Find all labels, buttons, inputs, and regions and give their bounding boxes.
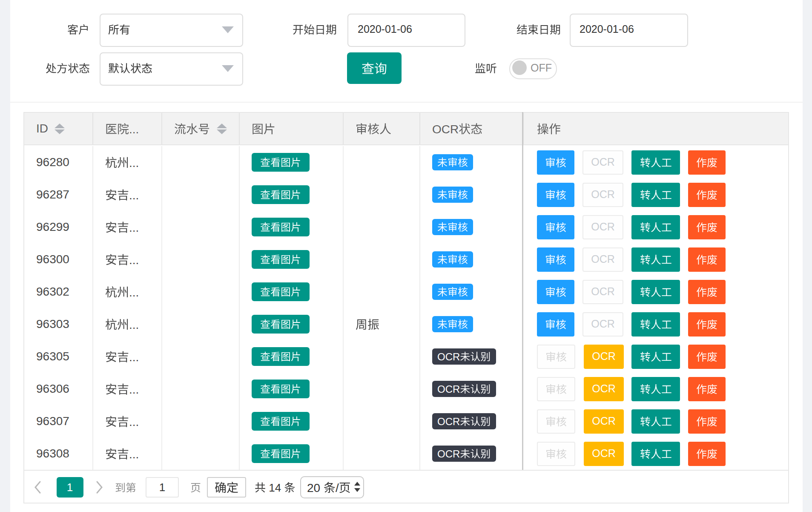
svg-text:/: / [336,481,339,495]
svg-text:OCR: OCR [437,448,460,460]
svg-text:...: ... [129,383,139,396]
svg-text:OCR: OCR [437,383,460,395]
svg-text:OCR: OCR [437,351,460,362]
svg-text:14: 14 [269,481,281,494]
svg-text:...: ... [129,286,139,299]
svg-text:OCR: OCR [437,416,460,427]
svg-text:...: ... [129,318,139,331]
svg-text:20: 20 [307,481,320,495]
svg-text:...: ... [129,123,139,136]
svg-text:...: ... [129,221,139,234]
svg-text:...: ... [129,448,139,461]
svg-text:...: ... [129,415,139,429]
svg-text:...: ... [129,351,139,364]
svg-text:OCR: OCR [432,123,459,136]
svg-text:...: ... [129,253,139,267]
svg-text:...: ... [129,189,139,202]
svg-text:...: ... [129,156,139,170]
